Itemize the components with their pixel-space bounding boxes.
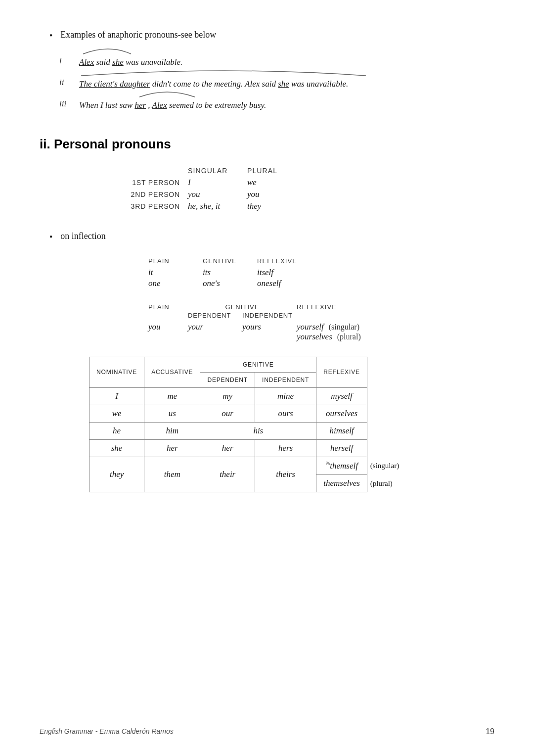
th-genitive: GENITIVE bbox=[200, 357, 316, 372]
row-2nd-person: 2ND PERSON you you bbox=[129, 189, 494, 199]
example-ii: ii The client's daughter didn't come to … bbox=[59, 78, 494, 91]
col-reflexive-header: REFLEXIVE bbox=[257, 257, 312, 265]
section-heading-personal-pronouns: ii. Personal pronouns bbox=[40, 137, 494, 152]
td-they-note-plural: (plural) bbox=[367, 475, 406, 492]
val-one-plain: one bbox=[148, 279, 203, 288]
val-it-genitive: its bbox=[203, 268, 257, 278]
val-you-reflex: yourself (singular) yourselves (plural) bbox=[297, 322, 361, 342]
val-2nd-singular: you bbox=[188, 189, 247, 199]
td-she-nom: she bbox=[89, 439, 144, 457]
small-header-row: PLAIN GENITIVE REFLEXIVE bbox=[148, 257, 494, 265]
td-they-acc: them bbox=[144, 457, 200, 492]
table-row-she: she her her hers herself bbox=[89, 439, 406, 457]
td-she-dep: her bbox=[200, 439, 255, 457]
example-num-ii: ii bbox=[59, 78, 79, 88]
col-genitive-header: GENITIVE bbox=[203, 257, 257, 265]
table-row-we: we us our ours ourselves bbox=[89, 405, 406, 422]
when-iii: When I last saw bbox=[79, 100, 134, 110]
rest-ii: was unavailable. bbox=[291, 79, 348, 89]
val-you-plain: you bbox=[148, 322, 188, 332]
col-plural-header: PLURAL bbox=[247, 167, 287, 175]
big-pronoun-table: NOMINATIVE ACCUSATIVE GENITIVE REFLEXIVE… bbox=[89, 357, 406, 493]
bullet-dot-2: • bbox=[49, 232, 52, 242]
bullet-item-1: • Examples of anaphoric pronouns-see bel… bbox=[49, 30, 494, 41]
comma-iii: , bbox=[148, 100, 152, 110]
plural-note: (plural) bbox=[337, 332, 361, 341]
th-accusative: ACCUSATIVE bbox=[144, 357, 200, 387]
col-genitive-main: GENITIVE bbox=[188, 303, 297, 311]
col-plain-sub-empty bbox=[148, 312, 188, 319]
td-i-dep: my bbox=[200, 387, 255, 405]
td-they-indep: theirs bbox=[255, 457, 316, 492]
bullet-dot-1: • bbox=[49, 31, 52, 41]
val-2nd-plural: you bbox=[247, 189, 287, 199]
th-nominative: NOMINATIVE bbox=[89, 357, 144, 387]
td-they-nom: they bbox=[89, 457, 144, 492]
val-3rd-singular: he, she, it bbox=[188, 201, 247, 211]
label-3rd: 3RD PERSON bbox=[129, 201, 188, 211]
arc-i bbox=[79, 44, 134, 55]
td-we-indep: ours bbox=[255, 405, 316, 422]
val-it-plain: it bbox=[148, 268, 203, 278]
bullet-text-2: on inflection bbox=[60, 231, 105, 241]
small-inflection-table: PLAIN GENITIVE REFLEXIVE it its itself o… bbox=[148, 257, 494, 288]
yourselves: yourselves bbox=[297, 332, 332, 342]
col-dependent-sub: DEPENDENT bbox=[188, 312, 242, 319]
td-i-reflex: myself bbox=[316, 387, 367, 405]
val-1st-singular: I bbox=[188, 178, 247, 188]
her-iii: her bbox=[134, 100, 146, 110]
td-she-acc: her bbox=[144, 439, 200, 457]
footer-author: English Grammar - Emma Calderón Ramos bbox=[40, 727, 174, 736]
td-she-indep: hers bbox=[255, 439, 316, 457]
col-independent-sub: INDEPENDENT bbox=[242, 312, 297, 319]
td-i-nom: I bbox=[89, 387, 144, 405]
label-1st: 1ST PERSON bbox=[129, 178, 188, 188]
table-header-row-1: NOMINATIVE ACCUSATIVE GENITIVE REFLEXIVE bbox=[89, 357, 406, 372]
td-we-dep: our bbox=[200, 405, 255, 422]
val-you-dep: your bbox=[188, 322, 242, 332]
example-text-ii: The client's daughter didn't come to the… bbox=[79, 78, 348, 91]
val-3rd-plural: they bbox=[247, 201, 287, 211]
arc-ii bbox=[79, 66, 371, 77]
td-he-acc: him bbox=[144, 422, 200, 439]
large-header-main: PLAIN GENITIVE REFLEXIVE bbox=[148, 303, 494, 311]
td-he-reflex: himself bbox=[316, 422, 367, 439]
td-she-reflex: herself bbox=[316, 439, 367, 457]
row-3rd-person: 3RD PERSON he, she, it they bbox=[129, 201, 494, 211]
large-sub-header: DEPENDENT INDEPENDENT bbox=[148, 312, 494, 319]
example-num-iii: iii bbox=[59, 99, 79, 109]
row-1st-person: 1ST PERSON I we bbox=[129, 178, 494, 188]
col-reflexive-main: REFLEXIVE bbox=[297, 303, 376, 311]
val-one-genitive: one's bbox=[203, 279, 257, 288]
th-reflexive: REFLEXIVE bbox=[316, 357, 367, 387]
val-it-reflexive: itself bbox=[257, 268, 312, 278]
td-they-reflex-plural: themselves bbox=[316, 475, 367, 492]
col-plain-header: PLAIN bbox=[148, 257, 203, 265]
example-text-iii: When I last saw her , Alex seemed to be … bbox=[79, 99, 266, 112]
rest-iii: seemed to be extremely busy. bbox=[169, 100, 266, 110]
anaphoric-examples: i Alex said she was unavailable. ii The … bbox=[59, 56, 494, 112]
footer-page-number: 19 bbox=[486, 727, 494, 736]
val-one-reflexive: oneself bbox=[257, 279, 312, 288]
bullet-text-1: Examples of anaphoric pronouns-see below bbox=[60, 30, 216, 40]
simple-header-row: SINGULAR PLURAL bbox=[129, 167, 494, 175]
example-num-i: i bbox=[59, 56, 79, 66]
page-footer: English Grammar - Emma Calderón Ramos 19 bbox=[40, 727, 494, 736]
she-ii: she bbox=[278, 79, 289, 89]
example-iii: iii When I last saw her , Alex seemed to… bbox=[59, 99, 494, 112]
td-he-his: his bbox=[200, 422, 316, 439]
yourself: yourself bbox=[297, 322, 324, 332]
td-they-note-singular: (singular) bbox=[367, 457, 406, 475]
reflex-plural: yourselves (plural) bbox=[297, 332, 361, 342]
simple-pronouns-table: SINGULAR PLURAL 1ST PERSON I we 2ND PERS… bbox=[129, 167, 494, 211]
val-you-indep: yours bbox=[242, 322, 297, 332]
val-1st-plural: we bbox=[247, 178, 287, 188]
td-i-acc: me bbox=[144, 387, 200, 405]
td-i-indep: mine bbox=[255, 387, 316, 405]
row-one: one one's oneself bbox=[148, 279, 494, 288]
singular-note: (singular) bbox=[329, 323, 359, 331]
td-we-reflex: ourselves bbox=[316, 405, 367, 422]
large-inflection-table: PLAIN GENITIVE REFLEXIVE DEPENDENT INDEP… bbox=[148, 303, 494, 342]
reflex-singular: yourself (singular) bbox=[297, 322, 361, 332]
table-row-they: they them their theirs %themself (singul… bbox=[89, 457, 406, 475]
